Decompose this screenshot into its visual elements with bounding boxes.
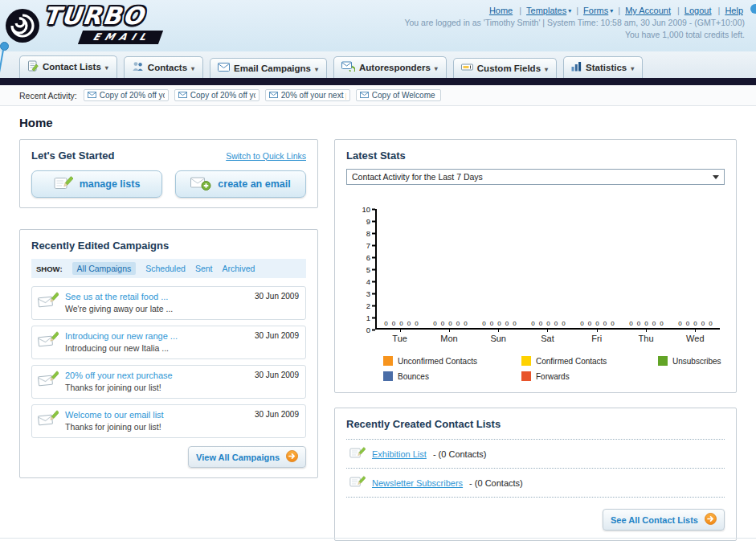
campaign-link[interactable]: 20% off your next purchase xyxy=(65,371,248,380)
latest-stats-panel: Latest Stats Contact Activity for the La… xyxy=(334,139,737,393)
chart-value-labels: 00000 xyxy=(524,320,573,327)
envelope-pencil-icon xyxy=(38,371,59,391)
campaign-date: 30 Jun 2009 xyxy=(255,371,299,379)
chart-x-label: Wed xyxy=(671,330,720,343)
arrow-circle-icon xyxy=(286,450,298,464)
campaigns-title: Recently Edited Campaigns xyxy=(31,240,306,252)
top-nav-link[interactable]: My Account xyxy=(613,6,672,15)
see-all-contact-lists-button[interactable]: See All Contact Lists xyxy=(603,509,725,531)
main-nav: Contact Lists Contacts Email Campaigns A… xyxy=(0,51,756,78)
get-started-panel: Let's Get Started Switch to Quick Links … xyxy=(19,139,318,208)
chart-value-labels: 00000 xyxy=(671,320,720,327)
legend-label: Unconfirmed Contacts xyxy=(398,357,477,366)
filter-archived[interactable]: Archived xyxy=(222,264,255,273)
chart-legend: Unconfirmed ContactsConfirmed ContactsUn… xyxy=(383,356,725,381)
legend-item: Forwards xyxy=(521,371,658,381)
decoration-dot xyxy=(0,42,9,51)
campaign-date: 30 Jun 2009 xyxy=(255,410,299,419)
envelope-icon xyxy=(360,91,369,100)
manage-lists-button[interactable]: manage lists xyxy=(31,170,162,198)
dropdown-arrow-icon xyxy=(435,63,438,72)
filter-all-campaigns[interactable]: All Campaigns xyxy=(72,262,137,275)
chart-x-label: Thu xyxy=(621,330,670,343)
contact-activity-chart: 012345678910 000000000000000000000000000… xyxy=(346,209,725,381)
contact-list-link[interactable]: Newsletter Subscribers xyxy=(372,478,463,488)
stats-period-value: Contact Activity for the Last 7 Days xyxy=(352,172,483,182)
top-nav-link[interactable]: Home xyxy=(489,6,514,15)
contact-list-item[interactable]: Newsletter Subscribers - (0 Contacts) xyxy=(346,469,725,498)
dropdown-arrow-icon xyxy=(631,63,634,72)
chart-value-labels: 00000 xyxy=(426,320,475,327)
pencil-paper-icon xyxy=(54,175,73,194)
filter-sent[interactable]: Sent xyxy=(195,264,213,273)
tab-custom-fields[interactable]: Custom Fields xyxy=(453,58,557,78)
campaigns-panel: Recently Edited Campaigns SHOW: All Camp… xyxy=(19,229,318,478)
chart-x-label: Sun xyxy=(474,330,523,343)
campaign-item[interactable]: See us at the retail food ... We're givi… xyxy=(31,286,306,320)
recent-activity-bar: Recent Activity: Copy of 20% off yo Copy… xyxy=(0,85,756,106)
envelope-pencil-icon xyxy=(38,331,59,352)
chart-plot-groups: 00000000000000000000000000000000000 xyxy=(377,320,720,327)
tab-contact-lists[interactable]: Contact Lists xyxy=(19,55,117,78)
top-nav-link[interactable]: Help xyxy=(713,6,745,15)
top-nav-link[interactable]: Forms▾ xyxy=(571,6,613,15)
tab-email-campaigns[interactable]: Email Campaigns xyxy=(210,58,327,78)
view-all-campaigns-button[interactable]: View All Campaigns xyxy=(188,446,306,468)
recent-activity-item[interactable]: Copy of 20% off yo xyxy=(84,89,169,101)
top-nav-link[interactable]: Templates▾ xyxy=(514,6,571,15)
chart-x-label: Sat xyxy=(523,330,572,343)
recent-activity-item[interactable]: Copy of Welcome to xyxy=(356,89,441,101)
chart-y-axis: 012345678910 xyxy=(358,209,375,330)
legend-label: Unsubscribes xyxy=(672,357,721,366)
legend-item: Confirmed Contacts xyxy=(521,356,658,366)
contact-list-count: - (0 Contacts) xyxy=(433,449,487,459)
recent-activity-items: Copy of 20% off yo Copy of 20% off yo 20… xyxy=(84,89,441,101)
campaign-item[interactable]: 20% off your next purchase Thanks for jo… xyxy=(31,365,306,399)
envelope-icon xyxy=(88,91,96,100)
campaign-link[interactable]: Welcome to our email list xyxy=(65,410,248,420)
chart-value-labels: 00000 xyxy=(573,320,622,327)
custom-field-icon xyxy=(461,63,473,73)
campaign-item[interactable]: Welcome to our email list Thanks for joi… xyxy=(31,404,306,438)
filter-scheduled[interactable]: Scheduled xyxy=(145,264,186,273)
logo-text: TURBO EMAIL xyxy=(43,3,161,44)
turbo-email-logo[interactable]: TURBO EMAIL xyxy=(3,3,161,51)
top-nav-link[interactable]: Logout xyxy=(672,6,713,15)
campaign-item[interactable]: Introducing our new range ... Introducin… xyxy=(31,326,306,359)
campaign-subtitle: Introducing our new Italia ... xyxy=(65,343,248,353)
campaign-filter-bar: SHOW: All Campaigns Scheduled Sent Archi… xyxy=(31,259,306,278)
recent-activity-item[interactable]: 20% off your next p xyxy=(265,89,350,101)
create-email-button[interactable]: create an email xyxy=(175,170,306,198)
campaign-subtitle: Thanks for joining our list! xyxy=(65,422,248,432)
top-nav: Home Templates▾ Forms▾ My Account Logout… xyxy=(489,6,745,15)
chart-value-labels: 00000 xyxy=(475,320,524,327)
chart-value-labels: 00000 xyxy=(377,320,426,327)
campaign-list: See us at the retail food ... We're givi… xyxy=(31,286,306,438)
envelope-icon xyxy=(178,91,187,100)
campaign-link[interactable]: See us at the retail food ... xyxy=(65,292,248,301)
switch-quick-links-link[interactable]: Switch to Quick Links xyxy=(226,151,306,161)
chart-x-labels: TueMonSunSatFriThuWed xyxy=(375,330,720,343)
contact-list-link[interactable]: Exhibition List xyxy=(372,449,427,459)
tab-contacts[interactable]: Contacts xyxy=(124,56,203,78)
contact-list-item[interactable]: Exhibition List - (0 Contacts) xyxy=(346,440,725,469)
tab-autoresponders[interactable]: Autoresponders xyxy=(333,56,447,78)
campaign-link[interactable]: Introducing our new range ... xyxy=(65,331,248,341)
legend-swatch xyxy=(658,356,668,366)
pencil-paper-icon xyxy=(349,446,366,461)
campaign-date: 30 Jun 2009 xyxy=(255,292,299,301)
recent-activity-item[interactable]: Copy of 20% off yo xyxy=(174,89,259,101)
chart-x-label: Fri xyxy=(572,330,621,343)
chart-value-labels: 00000 xyxy=(622,320,671,327)
contacts-icon xyxy=(132,61,144,73)
stats-period-select[interactable]: Contact Activity for the Last 7 Days xyxy=(346,169,725,185)
dropdown-arrow-icon xyxy=(105,62,108,72)
tab-statistics[interactable]: Statistics xyxy=(563,56,643,78)
legend-swatch xyxy=(521,371,531,381)
legend-label: Bounces xyxy=(398,372,429,381)
contact-list-count: - (0 Contacts) xyxy=(469,478,523,488)
legend-item: Unconfirmed Contacts xyxy=(383,356,521,366)
turbo-swirl-icon xyxy=(3,6,42,45)
autoresponder-icon xyxy=(341,61,355,73)
stats-title: Latest Stats xyxy=(346,150,725,162)
